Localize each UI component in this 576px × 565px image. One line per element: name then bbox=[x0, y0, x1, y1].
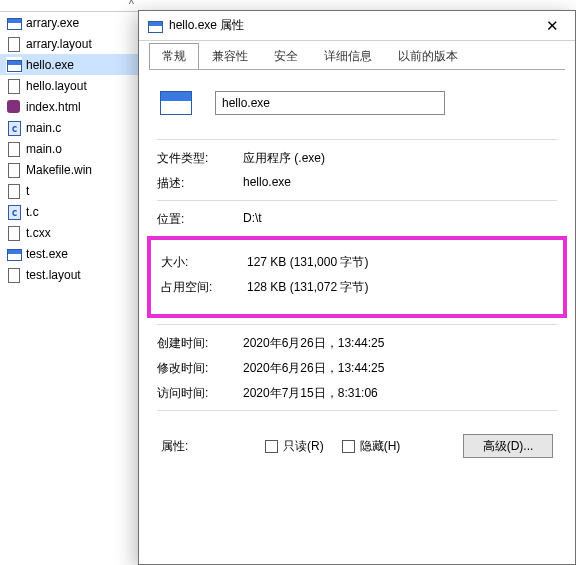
file-item[interactable]: index.html bbox=[0, 96, 138, 117]
tab-compat[interactable]: 兼容性 bbox=[199, 43, 261, 69]
filename-input[interactable] bbox=[215, 91, 445, 115]
type-value: 应用程序 (.exe) bbox=[243, 150, 557, 167]
file-item-label: main.o bbox=[26, 142, 132, 156]
checkbox-icon bbox=[265, 440, 278, 453]
page-icon bbox=[6, 267, 22, 283]
exe-icon bbox=[6, 246, 22, 262]
file-item-label: Makefile.win bbox=[26, 163, 132, 177]
exe-icon bbox=[6, 57, 22, 73]
desc-value: hello.exe bbox=[243, 175, 557, 192]
file-list-header: ^ bbox=[0, 0, 138, 12]
disk-value: 128 KB (131,072 字节) bbox=[247, 279, 553, 296]
file-item[interactable]: t bbox=[0, 180, 138, 201]
file-item-label: t.cxx bbox=[26, 226, 132, 240]
page-icon bbox=[6, 36, 22, 52]
file-item-label: t.c bbox=[26, 205, 132, 219]
file-item[interactable]: arrary.layout bbox=[0, 33, 138, 54]
hidden-text: 隐藏(H) bbox=[360, 438, 401, 455]
file-item-label: index.html bbox=[26, 100, 132, 114]
location-label: 位置: bbox=[157, 211, 243, 228]
page-icon bbox=[6, 183, 22, 199]
location-value: D:\t bbox=[243, 211, 557, 228]
tab-security[interactable]: 安全 bbox=[261, 43, 311, 69]
file-item-label: arrary.layout bbox=[26, 37, 132, 51]
checkbox-icon bbox=[342, 440, 355, 453]
type-label: 文件类型: bbox=[157, 150, 243, 167]
desc-label: 描述: bbox=[157, 175, 243, 192]
file-item[interactable]: Makefile.win bbox=[0, 159, 138, 180]
hidden-checkbox[interactable]: 隐藏(H) bbox=[342, 438, 401, 455]
c-icon bbox=[6, 120, 22, 136]
file-item[interactable]: hello.exe bbox=[0, 54, 138, 75]
file-list-pane: ^ arrary.exearrary.layouthello.exehello.… bbox=[0, 0, 138, 565]
ctime-label: 创建时间: bbox=[157, 335, 243, 352]
file-item-label: t bbox=[26, 184, 132, 198]
file-item-label: hello.exe bbox=[26, 58, 132, 72]
attrs-label: 属性: bbox=[161, 438, 247, 455]
size-label: 大小: bbox=[161, 254, 247, 271]
file-item[interactable]: main.o bbox=[0, 138, 138, 159]
readonly-checkbox[interactable]: 只读(R) bbox=[265, 438, 324, 455]
tab-strip: 常规 兼容性 安全 详细信息 以前的版本 bbox=[139, 41, 575, 69]
file-item-label: test.exe bbox=[26, 247, 132, 261]
file-item[interactable]: test.layout bbox=[0, 264, 138, 285]
tab-general[interactable]: 常规 bbox=[149, 43, 199, 69]
page-icon bbox=[6, 141, 22, 157]
properties-dialog: hello.exe 属性 ✕ 常规 兼容性 安全 详细信息 以前的版本 文件类型… bbox=[138, 10, 576, 565]
close-button[interactable]: ✕ bbox=[529, 11, 575, 41]
advanced-button[interactable]: 高级(D)... bbox=[463, 434, 553, 458]
file-item-label: main.c bbox=[26, 121, 132, 135]
page-icon bbox=[6, 162, 22, 178]
file-item[interactable]: hello.layout bbox=[0, 75, 138, 96]
ctime-value: 2020年6月26日，13:44:25 bbox=[243, 335, 557, 352]
atime-label: 访问时间: bbox=[157, 385, 243, 402]
size-highlight: 大小: 127 KB (131,000 字节) 占用空间: 128 KB (13… bbox=[147, 236, 567, 318]
file-item[interactable]: main.c bbox=[0, 117, 138, 138]
readonly-text: 只读(R) bbox=[283, 438, 324, 455]
c-icon bbox=[6, 204, 22, 220]
ff-icon bbox=[6, 99, 22, 115]
file-item[interactable]: test.exe bbox=[0, 243, 138, 264]
title-icon bbox=[147, 18, 163, 34]
mtime-label: 修改时间: bbox=[157, 360, 243, 377]
dialog-body: 文件类型: 应用程序 (.exe) 描述: hello.exe 位置: D:\t… bbox=[139, 69, 575, 564]
dialog-titlebar[interactable]: hello.exe 属性 ✕ bbox=[139, 11, 575, 41]
disk-label: 占用空间: bbox=[161, 279, 247, 296]
tab-previous[interactable]: 以前的版本 bbox=[385, 43, 471, 69]
atime-value: 2020年7月15日，8:31:06 bbox=[243, 385, 557, 402]
page-icon bbox=[6, 78, 22, 94]
file-item-label: test.layout bbox=[26, 268, 132, 282]
dialog-title: hello.exe 属性 bbox=[169, 17, 529, 34]
size-value: 127 KB (131,000 字节) bbox=[247, 254, 553, 271]
mtime-value: 2020年6月26日，13:44:25 bbox=[243, 360, 557, 377]
file-item[interactable]: t.cxx bbox=[0, 222, 138, 243]
tab-details[interactable]: 详细信息 bbox=[311, 43, 385, 69]
app-icon bbox=[157, 83, 197, 123]
file-item[interactable]: t.c bbox=[0, 201, 138, 222]
page-icon bbox=[6, 225, 22, 241]
file-item-label: hello.layout bbox=[26, 79, 132, 93]
